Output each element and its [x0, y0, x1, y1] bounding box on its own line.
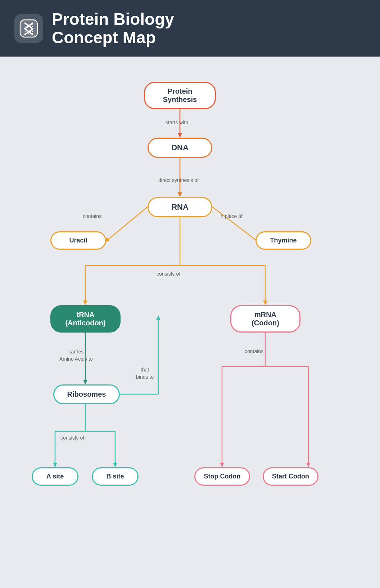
node-thymine: Thymine	[255, 231, 311, 250]
svg-marker-8	[178, 192, 182, 197]
label-starts-with: starts with	[166, 120, 188, 125]
label-direct-synthesis: direct synthesis of	[158, 177, 199, 183]
svg-marker-6	[178, 133, 182, 138]
diagram-area: Protein Synthesis DNA RNA Uracil Thymine…	[0, 57, 380, 588]
svg-marker-35	[113, 463, 117, 467]
node-uracil: Uracil	[50, 231, 106, 250]
label-consists-of-ribosome: consists of	[60, 435, 84, 441]
node-rna: RNA	[148, 197, 212, 217]
label-in-place-of: in place of	[220, 213, 243, 219]
node-mrna: mRNA (Codon)	[230, 305, 300, 333]
node-start-codon: Start Codon	[263, 467, 318, 486]
node-a-site: A site	[32, 467, 78, 486]
header: Protein Biology Concept Map	[0, 0, 380, 57]
label-contains-uracil: contains	[83, 213, 101, 219]
svg-rect-0	[20, 20, 37, 37]
node-b-site: B site	[92, 467, 139, 486]
node-dna: DNA	[148, 138, 212, 158]
svg-line-11	[212, 207, 256, 240]
label-carries: carries Amino Acids to	[59, 348, 93, 362]
node-trna: tRNA (Anticodon)	[50, 305, 121, 333]
label-that-binds-to: that binds to	[136, 366, 154, 380]
header-title: Protein Biology Concept Map	[52, 10, 174, 46]
svg-marker-16	[83, 300, 87, 305]
concept-map: Protein Synthesis DNA RNA Uracil Thymine…	[7, 71, 373, 575]
node-protein-synthesis: Protein Synthesis	[144, 82, 216, 109]
node-ribosomes: Ribosomes	[53, 384, 120, 404]
header-icon	[14, 14, 43, 43]
label-consists-of: consists of	[157, 271, 180, 277]
svg-marker-27	[220, 463, 224, 467]
svg-marker-20	[83, 380, 87, 384]
svg-marker-23	[156, 315, 160, 320]
label-contains-mrna: contains	[245, 348, 263, 354]
svg-marker-18	[263, 300, 267, 305]
node-stop-codon: Stop Codon	[194, 467, 250, 486]
svg-marker-29	[306, 463, 311, 467]
svg-line-9	[107, 207, 148, 240]
svg-marker-33	[53, 463, 57, 467]
